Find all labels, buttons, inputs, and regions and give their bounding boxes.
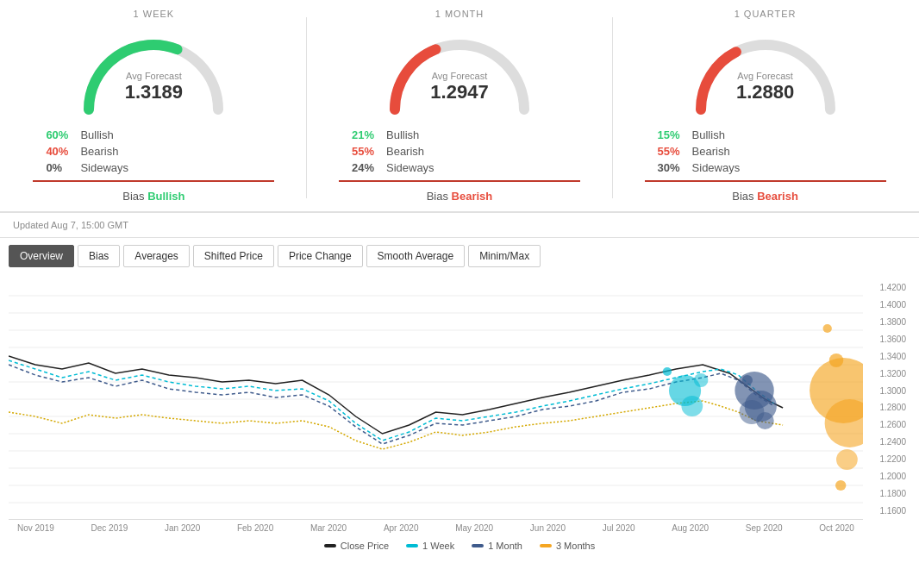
avg-label: Avg Forecast	[125, 71, 183, 81]
svg-point-16	[694, 373, 709, 387]
legend-3months: 3 Months	[540, 541, 595, 551]
svg-point-15	[681, 396, 703, 416]
stats-pct: 24%	[352, 161, 386, 174]
stats-pct: 30%	[658, 161, 692, 174]
forecast-panels: 1 WEEKAvg Forecast1.318960%Bullish40%Bea…	[0, 0, 919, 212]
stats-label: Sideways	[386, 161, 434, 174]
stats-label: Bearish	[386, 145, 424, 158]
stats-row: 55%Bearish	[658, 143, 873, 160]
chart-svg	[9, 278, 863, 520]
gauge: Avg Forecast1.3189	[67, 23, 240, 118]
period-label: 1 MONTH	[435, 9, 485, 19]
tab-smooth-average[interactable]: Smooth Average	[366, 245, 466, 267]
stats-pct: 55%	[352, 145, 386, 158]
bias-row: Bias Bearish	[414, 186, 506, 207]
stats-label: Bullish	[80, 128, 113, 141]
tab-averages[interactable]: Averages	[123, 245, 189, 267]
stats-pct: 15%	[658, 128, 692, 141]
tab-bias[interactable]: Bias	[78, 245, 120, 267]
stats-row: 0%Sideways	[46, 160, 261, 176]
stats-pct: 0%	[46, 161, 80, 174]
stats-label: Bullish	[386, 128, 419, 141]
stats-row: 15%Bullish	[658, 127, 873, 143]
avg-value: 1.2947	[430, 81, 488, 103]
stats-pct: 55%	[658, 145, 692, 158]
tabs-bar: OverviewBiasAveragesShifted PricePrice C…	[0, 238, 919, 274]
gauge: Avg Forecast1.2947	[373, 23, 546, 118]
bias-value: Bearish	[757, 190, 798, 203]
chart-legend: Close Price 1 Week 1 Month 3 Months	[9, 536, 910, 555]
stats-row: 24%Sideways	[352, 160, 567, 176]
bias-row: Bias Bullish	[109, 186, 197, 207]
legend-dot-close	[324, 544, 336, 547]
avg-value: 1.2880	[736, 81, 794, 103]
legend-dot-1month	[472, 544, 484, 547]
stats-row: 60%Bullish	[46, 127, 261, 143]
legend-close-price: Close Price	[324, 541, 389, 551]
svg-point-27	[835, 480, 846, 491]
legend-1month: 1 Month	[472, 541, 522, 551]
gauge-label: Avg Forecast1.2880	[736, 71, 794, 103]
gauge: Avg Forecast1.2880	[679, 23, 852, 118]
bias-row: Bias Bearish	[719, 186, 811, 207]
bias-value: Bullish	[147, 190, 184, 203]
avg-label: Avg Forecast	[736, 71, 794, 81]
svg-point-13	[663, 367, 672, 376]
chart-xaxis: Nov 2019 Dec 2019 Jan 2020 Feb 2020 Mar …	[9, 520, 863, 536]
tab-shifted-price[interactable]: Shifted Price	[193, 245, 274, 267]
stats-table: 21%Bullish55%Bearish24%Sideways	[339, 122, 580, 182]
forecast-panel-0: 1 WEEKAvg Forecast1.318960%Bullish40%Bea…	[33, 9, 274, 207]
chart-area: 1.4200 1.4000 1.3800 1.3600 1.3400 1.320…	[0, 274, 919, 564]
stats-label: Bullish	[692, 128, 725, 141]
stats-table: 60%Bullish40%Bearish0%Sideways	[33, 122, 274, 182]
main-chart	[9, 278, 863, 520]
svg-point-21	[740, 400, 765, 424]
stats-row: 55%Bearish	[352, 143, 567, 160]
stats-row: 21%Bullish	[352, 127, 567, 143]
update-bar: Updated Aug 7, 15:00 GMT	[0, 213, 919, 238]
stats-label: Sideways	[692, 161, 741, 174]
gauge-label: Avg Forecast1.2947	[430, 71, 488, 103]
svg-point-22	[823, 324, 832, 333]
stats-row: 30%Sideways	[658, 160, 873, 176]
stats-label: Bearish	[80, 145, 118, 158]
stats-label: Bearish	[692, 145, 730, 158]
stats-table: 15%Bullish55%Bearish30%Sideways	[645, 122, 886, 182]
legend-dot-3months	[540, 544, 552, 547]
forecast-panel-1: 1 MONTHAvg Forecast1.294721%Bullish55%Be…	[339, 9, 580, 207]
gauge-label: Avg Forecast1.3189	[125, 71, 183, 103]
stats-row: 40%Bearish	[46, 143, 261, 160]
tab-price-change[interactable]: Price Change	[278, 245, 363, 267]
avg-value: 1.3189	[125, 81, 183, 103]
stats-label: Sideways	[80, 161, 128, 174]
avg-label: Avg Forecast	[430, 71, 488, 81]
legend-1week: 1 Week	[406, 541, 454, 551]
stats-pct: 40%	[46, 145, 80, 158]
forecast-panel-2: 1 QUARTERAvg Forecast1.288015%Bullish55%…	[645, 9, 886, 207]
tab-minim-max[interactable]: Minim/Max	[468, 245, 541, 267]
chart-yaxis: 1.4200 1.4000 1.3800 1.3600 1.3400 1.320…	[863, 278, 910, 520]
update-text: Updated Aug 7, 15:00 GMT	[13, 220, 128, 230]
stats-pct: 21%	[352, 128, 386, 141]
stats-pct: 60%	[46, 128, 80, 141]
period-label: 1 WEEK	[134, 9, 175, 19]
bias-value: Bearish	[452, 190, 493, 203]
period-label: 1 QUARTER	[735, 9, 797, 19]
legend-dot-1week	[406, 544, 418, 547]
svg-point-26	[836, 449, 858, 470]
tab-overview[interactable]: Overview	[9, 245, 74, 267]
